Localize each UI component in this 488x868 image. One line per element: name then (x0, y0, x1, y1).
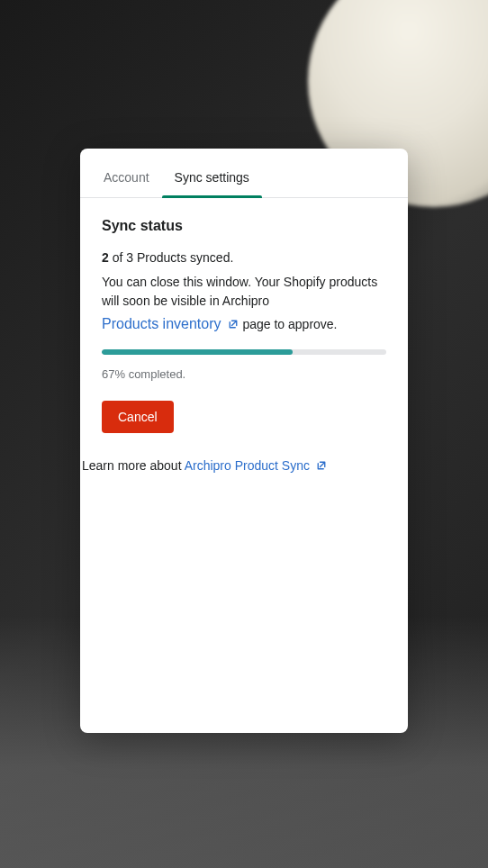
sync-count-text: 2 of 3 Products synced. (102, 249, 386, 267)
external-link-icon (316, 459, 327, 474)
inventory-after-text: page to approve. (242, 317, 337, 331)
tab-sync-settings[interactable]: Sync settings (162, 159, 262, 197)
sync-modal: Account Sync settings Sync status 2 of 3… (80, 149, 408, 733)
products-inventory-link[interactable]: Products inventory (102, 316, 242, 331)
synced-count: 2 (102, 250, 109, 265)
close-window-text: You can close this window. Your Shopify … (102, 273, 386, 311)
of-total-text: of 3 Products synced. (109, 250, 234, 265)
progress-label: 67% completed. (102, 367, 386, 381)
external-link-icon (228, 317, 239, 333)
modal-content: Sync status 2 of 3 Products synced. You … (80, 198, 408, 493)
progress-bar (102, 349, 386, 355)
products-inventory-link-text: Products inventory (102, 316, 221, 331)
section-title: Sync status (102, 218, 386, 234)
tab-account[interactable]: Account (91, 159, 162, 197)
inventory-link-line: Products inventory page to approve. (102, 316, 386, 333)
archipro-product-sync-link[interactable]: Archipro Product Sync (185, 458, 327, 473)
progress-fill (102, 349, 293, 355)
learn-more-text: Learn more about Archipro Product Sync (82, 458, 386, 474)
archipro-product-sync-link-text: Archipro Product Sync (185, 458, 310, 473)
learn-more-prefix: Learn more about (82, 458, 185, 473)
cancel-button[interactable]: Cancel (102, 401, 174, 433)
tab-bar: Account Sync settings (80, 149, 408, 198)
